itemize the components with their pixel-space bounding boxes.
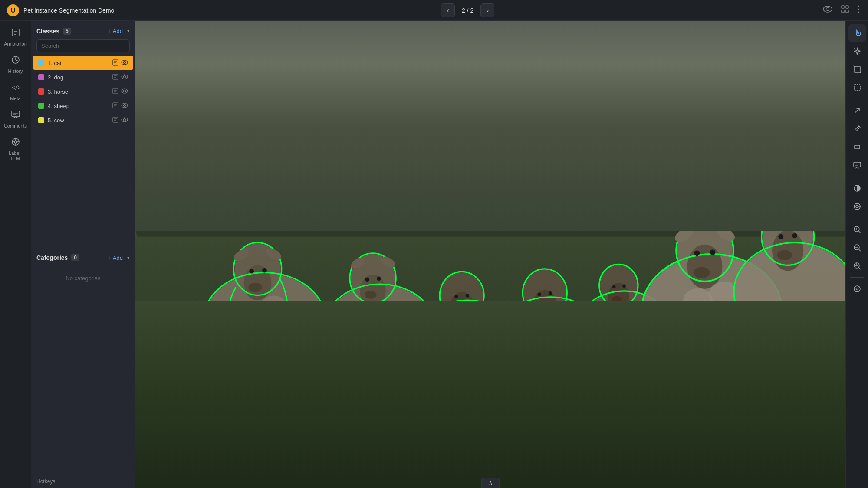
hotkeys-bar[interactable]: Hotkeys	[31, 475, 135, 488]
classes-label: Classes	[36, 28, 59, 35]
svg-rect-85	[404, 365, 413, 400]
svg-rect-127	[533, 373, 541, 406]
svg-point-94	[387, 398, 399, 404]
sidebar-item-meta[interactable]: </> Meta	[3, 79, 29, 105]
crop-tool[interactable]	[848, 61, 866, 78]
app-title: Pet Instance Segmentation Demo	[23, 7, 114, 14]
class-visibility-dog[interactable]	[121, 74, 128, 80]
rect-tool[interactable]	[848, 138, 866, 156]
sidebar-item-label-llm-label: Label-LLM	[5, 151, 26, 161]
add-class-dropdown[interactable]: ▾	[127, 28, 130, 34]
class-item-dog[interactable]: 2. dog	[33, 70, 133, 84]
svg-rect-114	[475, 375, 485, 409]
class-annotate-horse[interactable]	[112, 88, 118, 95]
add-class-button[interactable]: + Add	[105, 26, 125, 36]
svg-line-203	[853, 66, 854, 66]
svg-point-37	[122, 89, 128, 93]
svg-rect-128	[559, 373, 567, 406]
categories-label: Categories	[36, 254, 68, 261]
circle-half-tool[interactable]	[848, 180, 866, 197]
svg-rect-149	[646, 358, 654, 388]
svg-point-179	[710, 249, 716, 255]
svg-point-105	[449, 292, 474, 323]
svg-point-70	[291, 392, 304, 400]
settings-tool[interactable]	[848, 280, 866, 298]
target-tool[interactable]	[848, 198, 866, 215]
class-item-cow[interactable]: 5. cow	[33, 113, 133, 127]
canvas-area[interactable]: ∧	[135, 21, 845, 488]
svg-point-178	[694, 250, 700, 256]
svg-point-139	[572, 405, 583, 411]
class-name-cat: 1. cat	[48, 60, 109, 66]
svg-rect-171	[741, 356, 754, 399]
svg-rect-84	[388, 365, 397, 400]
sidebar-item-label-llm[interactable]: Label-LLM	[3, 134, 29, 164]
categories-header: Categories 0 + Add ▾	[31, 248, 135, 266]
next-button[interactable]: ›	[480, 3, 494, 17]
class-item-horse[interactable]: 3. horse	[33, 85, 133, 98]
svg-rect-34	[113, 88, 118, 94]
svg-point-74	[262, 268, 267, 273]
nav-counter: 2 / 2	[458, 7, 477, 14]
svg-rect-15	[12, 111, 20, 117]
svg-rect-24	[113, 60, 118, 65]
svg-point-156	[612, 285, 615, 288]
svg-rect-154	[631, 357, 640, 389]
sidebar-item-annotation[interactable]: Annotation	[3, 24, 29, 50]
class-color-cat	[38, 60, 44, 66]
pen-tool[interactable]	[848, 120, 866, 138]
annotation-icon	[11, 28, 20, 39]
class-name-dog: 2. dog	[48, 74, 109, 81]
class-visibility-cat[interactable]	[121, 60, 128, 66]
search-input[interactable]	[36, 39, 130, 52]
svg-point-95	[403, 398, 415, 404]
categories-title: Categories 0	[36, 254, 79, 261]
svg-point-28	[124, 62, 126, 64]
hand-tool[interactable]	[848, 24, 866, 42]
svg-point-143	[578, 292, 670, 366]
class-annotate-dog[interactable]	[112, 74, 118, 81]
bottom-panel-toggle[interactable]: ∧	[481, 478, 500, 488]
svg-rect-59	[274, 357, 284, 393]
svg-point-137	[531, 405, 542, 411]
add-category-button[interactable]: + Add	[105, 253, 125, 263]
sidebar-item-comments[interactable]: Comments	[3, 106, 29, 132]
class-annotate-cat[interactable]	[112, 59, 118, 66]
zoom-out-tool[interactable]	[848, 239, 866, 256]
svg-rect-49	[135, 21, 845, 237]
eye-icon-button[interactable]	[821, 4, 834, 16]
svg-rect-194	[806, 328, 818, 369]
zoom-reset-tool[interactable]	[848, 257, 866, 275]
class-visibility-sheep[interactable]	[121, 103, 128, 109]
svg-point-47	[122, 118, 128, 122]
class-annotate-cow[interactable]	[112, 117, 118, 124]
sidebar-item-history[interactable]: History	[3, 52, 29, 77]
svg-point-138	[557, 405, 568, 411]
grid-icon-button[interactable]	[839, 3, 851, 17]
class-item-cat[interactable]: 1. cat	[33, 56, 133, 70]
class-color-dog	[38, 74, 44, 80]
svg-point-229	[854, 286, 860, 292]
svg-rect-106	[434, 376, 443, 408]
history-icon	[11, 55, 20, 67]
svg-rect-163	[686, 357, 698, 398]
sparkle-tool[interactable]	[848, 43, 866, 60]
svg-point-197	[777, 250, 792, 260]
class-name-cow: 5. cow	[48, 117, 109, 124]
zoom-in-tool[interactable]	[848, 221, 866, 238]
svg-point-141	[549, 291, 552, 295]
transform-tool[interactable]	[848, 102, 866, 119]
class-visibility-horse[interactable]	[121, 88, 128, 95]
more-menu-button[interactable]	[856, 3, 861, 17]
class-annotate-sheep[interactable]	[112, 102, 118, 109]
select-region-tool[interactable]	[848, 79, 866, 96]
svg-rect-89	[360, 364, 371, 400]
classes-title: Classes 5	[36, 28, 71, 35]
chat-tool[interactable]	[848, 157, 866, 174]
class-item-sheep[interactable]: 4. sheep	[33, 99, 133, 113]
svg-point-174	[720, 396, 734, 404]
prev-button[interactable]: ‹	[441, 3, 455, 17]
svg-rect-66	[291, 356, 303, 394]
class-visibility-cow[interactable]	[121, 117, 128, 123]
add-category-dropdown[interactable]: ▾	[127, 255, 130, 261]
